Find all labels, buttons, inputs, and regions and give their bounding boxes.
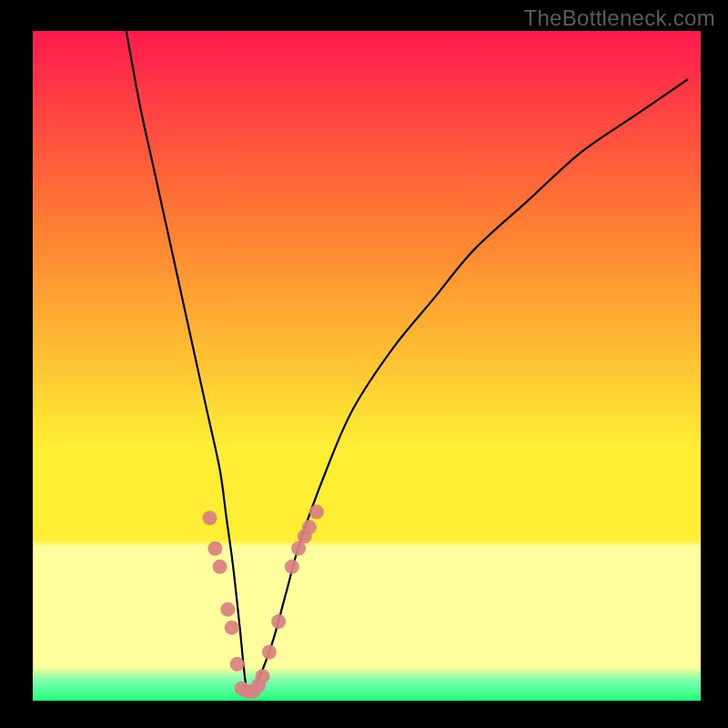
highlight-point [213, 560, 228, 574]
highlight-point [309, 505, 324, 520]
highlight-point [271, 614, 286, 629]
highlight-point [262, 644, 277, 659]
highlight-point [230, 657, 245, 672]
highlight-point [255, 669, 269, 683]
watermark-text: TheBottleneck.com [523, 5, 715, 31]
plot-background [33, 31, 701, 701]
highlight-point [203, 511, 217, 525]
chart-container: TheBottleneck.com [0, 0, 728, 728]
highlight-point [220, 602, 235, 617]
bottleneck-chart [0, 0, 728, 728]
highlight-point [207, 541, 222, 556]
highlight-point [285, 560, 299, 574]
highlight-point [302, 520, 317, 534]
highlight-point [225, 621, 239, 635]
